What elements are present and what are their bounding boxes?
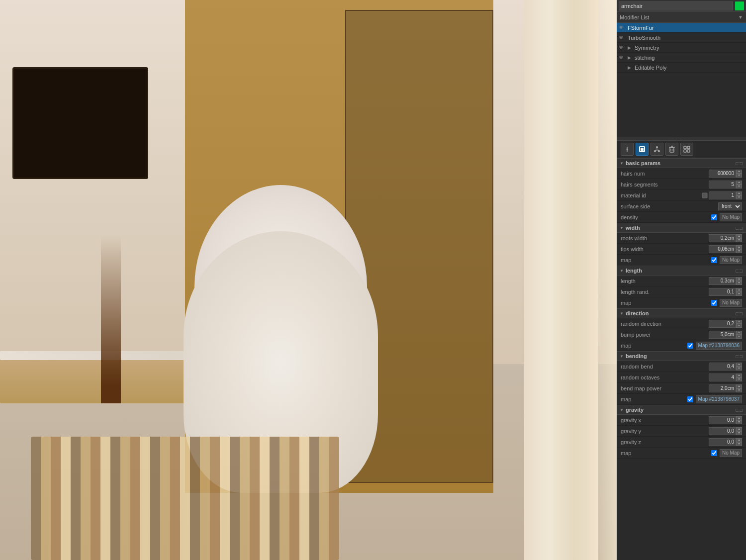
material-id-input[interactable]: [709, 191, 736, 199]
gravity-x-input[interactable]: [709, 416, 736, 424]
rug: [31, 437, 339, 560]
length-input[interactable]: [709, 277, 736, 285]
section-direction[interactable]: ▼ direction ⊏⊐: [617, 308, 746, 318]
section-length[interactable]: ▼ length ⊏⊐: [617, 266, 746, 276]
density-map-btn[interactable]: No Map: [720, 213, 742, 221]
section-width[interactable]: ▼ width ⊏⊐: [617, 223, 746, 233]
section-gravity[interactable]: ▼ gravity ⊏⊐: [617, 405, 746, 415]
density-checkbox[interactable]: [711, 214, 717, 220]
hairs-segments-input[interactable]: [709, 181, 736, 188]
random-bend-down[interactable]: ▼: [736, 367, 742, 371]
param-row-map-direction: map Map #2138798036: [617, 340, 746, 351]
map-bending-checkbox[interactable]: [687, 396, 693, 402]
random-octaves-down[interactable]: ▼: [736, 377, 742, 381]
gravity-x-up[interactable]: ▲: [736, 416, 742, 420]
bend-map-power-up[interactable]: ▲: [736, 384, 742, 388]
param-row-gravity-x: gravity x ▲ ▼: [617, 415, 746, 426]
object-name-input[interactable]: [619, 1, 733, 10]
map-gravity-btn[interactable]: No Map: [720, 449, 742, 457]
roots-width-input[interactable]: [709, 234, 736, 242]
pin-button[interactable]: [621, 143, 634, 156]
modifier-item-symmetry[interactable]: 👁 ▶ Symmetry: [617, 43, 746, 53]
gravity-z-input[interactable]: [709, 438, 736, 446]
param-label-map-direction: map: [621, 343, 687, 349]
bump-power-down[interactable]: ▼: [736, 335, 742, 339]
object-color-swatch[interactable]: [735, 1, 744, 10]
section-bending[interactable]: ▼ bending ⊏⊐: [617, 351, 746, 361]
bump-power-up[interactable]: ▲: [736, 331, 742, 335]
material-id-icon: [702, 192, 708, 198]
section-triangle-length: ▼: [620, 269, 624, 273]
bump-power-input[interactable]: [709, 331, 736, 339]
length-up[interactable]: ▲: [736, 277, 742, 281]
tips-width-down[interactable]: ▼: [736, 249, 742, 253]
gravity-y-up[interactable]: ▲: [736, 427, 742, 431]
length-rand-up[interactable]: ▲: [736, 288, 742, 292]
map-direction-btn[interactable]: Map #2138798036: [696, 342, 742, 350]
hierarchy-button[interactable]: [651, 143, 663, 156]
hairs-segments-down[interactable]: ▼: [736, 185, 742, 188]
hairs-num-down[interactable]: ▼: [736, 174, 742, 178]
map-length-checkbox[interactable]: [711, 300, 717, 306]
modifier-item-stitching[interactable]: 👁 ▶ stitching: [617, 53, 746, 63]
hairs-num-up[interactable]: ▲: [736, 170, 742, 174]
eye-icon-symmetry[interactable]: 👁: [619, 45, 626, 50]
gravity-y-down[interactable]: ▼: [736, 431, 742, 435]
render-viewport[interactable]: [0, 0, 617, 560]
surface-side-dropdown[interactable]: front back both: [718, 202, 742, 210]
gravity-x-down[interactable]: ▼: [736, 420, 742, 424]
settings-button[interactable]: [680, 143, 693, 156]
hairs-num-input[interactable]: [709, 170, 736, 178]
gravity-x-spinner: ▲ ▼: [709, 416, 742, 424]
modifier-item-fstormfur[interactable]: 👁 FStormFur: [617, 23, 746, 33]
modifier-panel-button[interactable]: [636, 143, 649, 156]
length-btns: ▲ ▼: [736, 277, 742, 285]
param-value-material-id: ▲ ▼: [702, 191, 742, 199]
section-basic-params[interactable]: ▼ basic params ⊏⊐: [617, 158, 746, 168]
eye-icon-stitching[interactable]: 👁: [619, 55, 626, 60]
modifier-item-turbosmooth[interactable]: 👁 TurboSmooth: [617, 33, 746, 43]
tips-width-input[interactable]: [709, 245, 736, 253]
modifier-item-editablepoly[interactable]: 👁 ▶ Editable Poly: [617, 63, 746, 73]
section-label-gravity: gravity: [626, 407, 644, 413]
random-octaves-up[interactable]: ▲: [736, 373, 742, 377]
map-gravity-checkbox[interactable]: [711, 450, 717, 456]
random-bend-up[interactable]: ▲: [736, 363, 742, 367]
random-bend-input[interactable]: [709, 363, 736, 371]
length-spinner: ▲ ▼: [709, 277, 742, 285]
gravity-y-input[interactable]: [709, 427, 736, 435]
random-direction-up[interactable]: ▲: [736, 320, 742, 324]
section-pin-width: ⊏⊐: [735, 225, 743, 231]
material-id-down[interactable]: ▼: [736, 195, 742, 199]
roots-width-down[interactable]: ▼: [736, 238, 742, 242]
bend-map-power-input[interactable]: [709, 384, 736, 392]
map-direction-checkbox[interactable]: [687, 343, 693, 349]
length-down[interactable]: ▼: [736, 281, 742, 285]
length-rand-down[interactable]: ▼: [736, 292, 742, 296]
map-width-checkbox[interactable]: [711, 257, 717, 263]
gravity-z-up[interactable]: ▲: [736, 438, 742, 442]
map-length-btn[interactable]: No Map: [720, 299, 742, 307]
param-label-map-length: map: [621, 300, 711, 306]
material-id-up[interactable]: ▲: [736, 191, 742, 195]
roots-width-up[interactable]: ▲: [736, 234, 742, 238]
map-bending-btn[interactable]: Map #2138798037: [696, 395, 742, 403]
random-direction-input[interactable]: [709, 320, 736, 328]
param-value-map-bending: Map #2138798037: [687, 395, 742, 403]
eye-icon-fstormfur[interactable]: 👁: [619, 25, 626, 30]
random-direction-down[interactable]: ▼: [736, 324, 742, 328]
length-rand-input[interactable]: [709, 288, 736, 296]
delete-button[interactable]: [665, 143, 678, 156]
map-width-btn[interactable]: No Map: [720, 256, 742, 264]
param-label-random-direction: random direction: [621, 321, 709, 327]
modifier-icon: [639, 146, 646, 153]
gravity-z-down[interactable]: ▼: [736, 442, 742, 446]
modifier-list-header[interactable]: Modifier List ▼: [617, 12, 746, 23]
param-label-map-bending: map: [621, 396, 687, 402]
tips-width-up[interactable]: ▲: [736, 245, 742, 249]
eye-icon-turbosmooth[interactable]: 👁: [619, 35, 626, 40]
param-label-gravity-y: gravity y: [621, 428, 709, 434]
bend-map-power-down[interactable]: ▼: [736, 388, 742, 392]
random-octaves-input[interactable]: [709, 373, 736, 381]
hairs-segments-up[interactable]: ▲: [736, 181, 742, 185]
